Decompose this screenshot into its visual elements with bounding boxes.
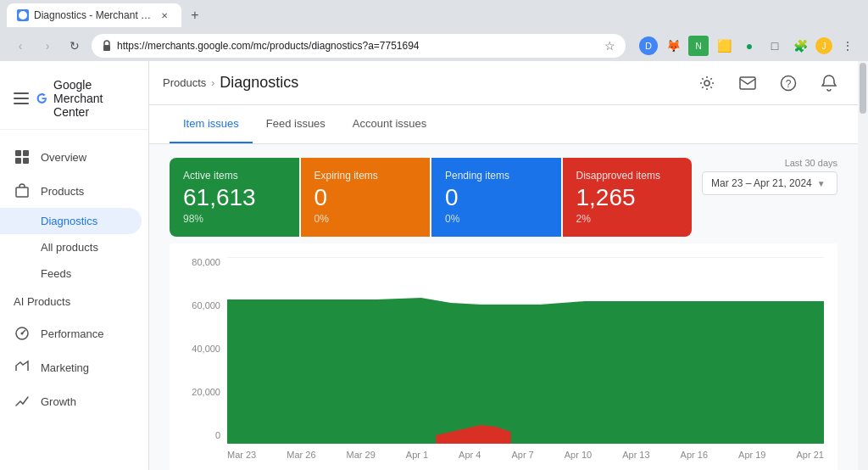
x-label-3: Apr 1 (406, 450, 428, 460)
ext7-icon[interactable]: J (815, 37, 832, 54)
svg-point-8 (21, 333, 24, 335)
new-tab-button[interactable]: + (185, 5, 205, 25)
x-label-6: Apr 10 (565, 450, 592, 460)
topbar: Products › Diagnostics ? (149, 61, 858, 105)
svg-rect-3 (23, 150, 29, 156)
sidebar-item-performance-label: Performance (41, 327, 103, 340)
help-icon: ? (780, 75, 797, 92)
stat-active-value: 61,613 (183, 185, 286, 211)
chart-svg (227, 257, 824, 444)
stat-expiring-pct: 0% (314, 213, 417, 225)
notifications-button[interactable] (814, 68, 844, 98)
sidebar-item-products[interactable]: Products (0, 174, 142, 208)
lock-icon (102, 40, 112, 52)
sidebar-header: Google Merchant Center (0, 68, 148, 130)
marketing-icon (14, 359, 31, 376)
sidebar-item-overview-label: Overview (41, 151, 86, 164)
help-button[interactable]: ? (773, 68, 804, 98)
date-range-value: Mar 23 – Apr 21, 2024 (711, 177, 812, 189)
address-bar[interactable]: https://merchants.google.com/mc/products… (92, 34, 626, 58)
mail-button[interactable] (732, 68, 763, 98)
x-label-1: Mar 26 (287, 450, 315, 460)
bell-icon (821, 75, 837, 92)
stat-disapproved-pct: 2% (576, 213, 679, 225)
profile-icon[interactable]: D (639, 36, 658, 55)
stat-disapproved-label: Disapproved items (576, 170, 679, 182)
sidebar-item-diagnostics[interactable]: Diagnostics (0, 208, 142, 234)
svg-marker-21 (436, 432, 510, 444)
nav-section-main: Overview Products Diagnostics All produc… (0, 137, 148, 422)
ext6-icon[interactable]: 🧩 (790, 36, 810, 56)
stat-expiring-label: Expiring items (314, 170, 417, 182)
y-label-80k: 80,000 (183, 257, 220, 267)
sidebar-item-overview[interactable]: Overview (0, 140, 142, 174)
date-range-selector: Last 30 days Mar 23 – Apr 21, 2024 ▼ (702, 158, 837, 195)
main-content: Item issues Feed issues Account issues A… (149, 105, 858, 470)
page-title: Diagnostics (220, 74, 298, 92)
breadcrumb: Products › Diagnostics (163, 74, 298, 92)
stat-disapproved-value: 1,265 (576, 185, 679, 211)
tab-close-button[interactable]: ✕ (158, 8, 171, 22)
performance-icon (14, 325, 31, 342)
y-label-0: 0 (183, 430, 220, 440)
ext3-icon[interactable]: 🟨 (714, 36, 734, 56)
chart-y-axis: 80,000 60,000 40,000 20,000 0 (183, 257, 220, 444)
chart-inner: 80,000 60,000 40,000 20,000 0 (183, 257, 824, 460)
logo-text: Google Merchant Center (53, 78, 135, 119)
sidebar-item-ai-products-label: AI Products (14, 295, 70, 308)
x-label-0: Mar 23 (227, 450, 256, 460)
ext4-icon[interactable]: ● (739, 36, 760, 56)
forward-button[interactable]: › (37, 36, 58, 56)
stat-pending-pct: 0% (445, 213, 548, 225)
ext1-icon[interactable]: 🦊 (663, 36, 683, 56)
main-area: Products › Diagnostics ? (149, 61, 858, 470)
back-button[interactable]: ‹ (10, 36, 31, 56)
svg-point-0 (19, 11, 27, 20)
x-label-9: Apr 19 (738, 450, 765, 460)
tab-feed-issues[interactable]: Feed issues (253, 105, 339, 143)
sidebar-item-marketing-label: Marketing (41, 361, 89, 374)
scrollbar-thumb[interactable] (860, 63, 866, 114)
hamburger-menu[interactable] (14, 88, 29, 109)
sidebar-item-ai-products[interactable]: AI Products (0, 287, 142, 316)
scrollbar[interactable] (858, 61, 868, 470)
stats-cards: Active items 61,613 98% Expiring items 0… (170, 158, 692, 237)
stat-active-label: Active items (183, 170, 286, 182)
reload-button[interactable]: ↻ (64, 36, 85, 56)
sidebar-item-all-products[interactable]: All products (0, 234, 142, 260)
settings-button[interactable] (692, 68, 722, 98)
stat-active-items: Active items 61,613 98% (170, 158, 299, 237)
url-text: https://merchants.google.com/mc/products… (117, 40, 599, 52)
x-label-7: Apr 13 (622, 450, 649, 460)
chart-area: Mar 23 Mar 26 Mar 29 Apr 1 Apr 4 Apr 7 A… (227, 257, 824, 460)
sidebar-item-feeds-label: Feeds (41, 267, 71, 280)
settings-icon (698, 75, 715, 92)
browser-tab[interactable]: Diagnostics - Merchant Center ✕ (7, 3, 181, 27)
date-range-dropdown[interactable]: Mar 23 – Apr 21, 2024 ▼ (702, 171, 837, 195)
dropdown-arrow-icon: ▼ (817, 179, 826, 188)
tab-account-issues[interactable]: Account issues (339, 105, 440, 143)
x-label-10: Apr 21 (796, 450, 823, 460)
overview-icon (14, 148, 31, 165)
mail-icon (739, 76, 756, 90)
sidebar-item-growth[interactable]: Growth (0, 384, 142, 418)
more-options-button[interactable]: ⋮ (837, 36, 858, 56)
ext5-icon[interactable]: □ (765, 36, 785, 56)
stat-pending-value: 0 (445, 185, 548, 211)
sidebar-item-feeds[interactable]: Feeds (0, 260, 142, 287)
chart-container: 80,000 60,000 40,000 20,000 0 (170, 243, 837, 470)
tab-favicon (17, 9, 29, 21)
stat-active-pct: 98% (183, 213, 286, 225)
svg-rect-6 (16, 187, 28, 197)
ext2-icon[interactable]: N (688, 36, 709, 56)
bookmark-icon[interactable]: ☆ (604, 39, 615, 53)
sidebar-item-performance[interactable]: Performance (0, 316, 142, 350)
sidebar-item-marketing[interactable]: Marketing (0, 350, 142, 384)
svg-rect-5 (23, 158, 29, 164)
breadcrumb-parent[interactable]: Products (163, 76, 206, 89)
svg-rect-10 (740, 77, 755, 89)
app-container: Google Merchant Center Overview Products… (0, 61, 868, 470)
x-label-2: Mar 29 (347, 450, 376, 460)
tab-item-issues[interactable]: Item issues (170, 105, 253, 143)
stat-expiring-value: 0 (314, 185, 417, 211)
